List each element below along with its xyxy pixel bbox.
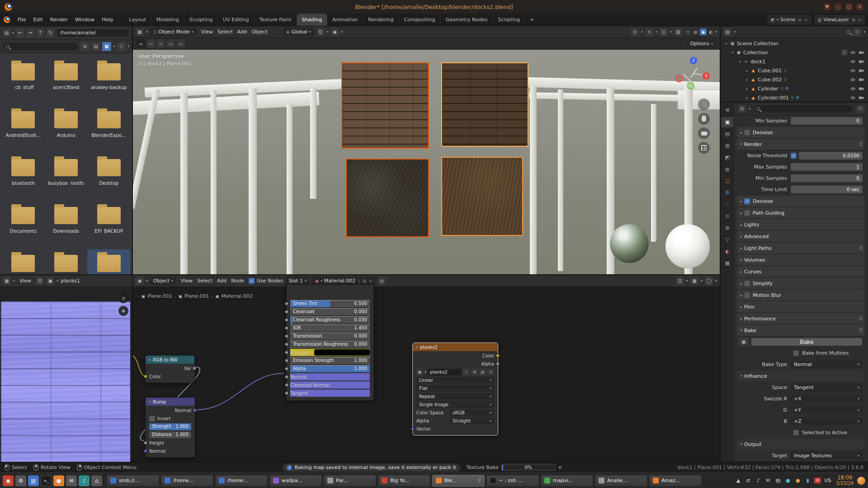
- scroll-region-button[interactable]: ✥: [118, 306, 128, 316]
- select-mode-set-icon[interactable]: ▭: [137, 39, 145, 48]
- properties-row[interactable]: ▸ Output ▾ ▣ Output ☰: [737, 439, 864, 450]
- properties-row[interactable]: ▸ Space Tangent Tangent▾ ▣ Space ☰: [737, 382, 864, 393]
- taskbar-window-button[interactable]: wallpa...: [269, 475, 322, 487]
- menu-item[interactable]: View: [179, 278, 195, 284]
- outliner-row[interactable]: ▸ ▲ Cube.001 ▽ ⚙ ✓: [721, 66, 868, 75]
- file-browser-folder[interactable]: Documents: [2, 202, 45, 249]
- editor-type-icon[interactable]: ▤: [3, 29, 10, 37]
- volume-tray-icon[interactable]: ♪: [755, 478, 761, 483]
- hide-eye-icon[interactable]: [850, 96, 856, 100]
- dropdown[interactable]: +Y▾: [791, 406, 863, 414]
- disable-render-camera-icon[interactable]: [859, 86, 864, 91]
- bsdf-input-row[interactable]: Sheen Tint0.500 Sheen Tint: [290, 300, 370, 307]
- minimize-button[interactable]: –: [834, 3, 842, 11]
- checkbox[interactable]: [744, 281, 750, 286]
- refresh-button[interactable]: ↻: [46, 28, 55, 38]
- exclude-checkbox[interactable]: ✓: [842, 50, 847, 55]
- properties-row[interactable]: ▸ Performance ▾ ▣ Performance ☰: [737, 313, 864, 324]
- taskbar-window-button[interactable]: mapvi...: [541, 475, 593, 487]
- filter-icon[interactable]: ▽: [856, 105, 864, 113]
- object-data-tab-icon[interactable]: ▽: [722, 235, 733, 245]
- texture-option-dropdown[interactable]: Flat▾: [416, 385, 494, 392]
- panel-arrow-icon[interactable]: ▸: [740, 373, 744, 379]
- copy-icon[interactable]: ⊞: [363, 279, 367, 283]
- properties-row[interactable]: ▸ Min Samples 0 0▾ ▣ Min Samples ☰: [737, 116, 864, 126]
- menu-item[interactable]: Window: [71, 15, 98, 24]
- user-avatar[interactable]: [857, 477, 865, 485]
- panel-arrow-icon[interactable]: ▸: [739, 258, 744, 262]
- object-name[interactable]: Scene Collection: [737, 41, 778, 47]
- properties-row[interactable]: ▸ B +Z +Z▾ ▣ B ☰: [737, 416, 864, 427]
- view-menu[interactable]: View: [17, 278, 33, 284]
- object-name[interactable]: Collection: [743, 50, 768, 56]
- update-tray-icon[interactable]: ●: [794, 478, 801, 483]
- axis-x-negative-icon[interactable]: [675, 75, 683, 82]
- region-expand-icon[interactable]: ▸: [1, 310, 3, 315]
- properties-row[interactable]: ▸ Curves ▾ ▣ Curves ☰: [737, 266, 864, 277]
- editor-type-icon[interactable]: ▦: [136, 28, 144, 36]
- node-canvas[interactable]: › ▣ Plane.001 › ▣ Plane.001: [133, 287, 720, 462]
- value-slider[interactable]: 0: [791, 174, 863, 182]
- checkbox[interactable]: [793, 430, 799, 436]
- open-image-folder-icon[interactable]: ▤: [479, 369, 486, 375]
- bsdf-input-row[interactable]: Transmission0.000 Transmission: [290, 333, 370, 340]
- properties-row[interactable]: ▸ Film ▾ ▣ Film ☰: [737, 301, 864, 312]
- outliner-row[interactable]: ▸ ▲ Cylinder ▽ ⚙ ✓: [721, 84, 868, 93]
- copy-icon[interactable]: ⊞: [852, 18, 855, 22]
- bsdf-input-row[interactable]: Tangent Tangent: [290, 389, 370, 397]
- workspace-tab[interactable]: UV Editing: [218, 14, 254, 26]
- properties-row[interactable]: ▸ Influence ▾ ▣ Influence ☰: [737, 371, 864, 381]
- hide-eye-icon[interactable]: [850, 87, 856, 91]
- dropdown[interactable]: Normal▾: [791, 361, 863, 368]
- workspace-tab[interactable]: Compositing: [399, 14, 441, 26]
- input-socket[interactable]: [285, 375, 288, 379]
- panel-menu-icon[interactable]: ☰: [859, 246, 863, 250]
- fake-user-shield-icon[interactable]: ◊: [463, 369, 470, 375]
- bsdf-input-row[interactable]: Clearcoat Normal Clearcoat Normal: [290, 381, 370, 389]
- image-name-field[interactable]: planks2: [428, 369, 462, 375]
- properties-row[interactable]: ▸ Lights ▾ ▣ Lights ☰: [737, 219, 864, 230]
- rendered-shading-icon[interactable]: ◐: [708, 28, 714, 35]
- output-socket[interactable]: [193, 366, 196, 370]
- menu-item[interactable]: Add: [235, 29, 249, 35]
- file-browser-folder[interactable]: bluetooth: [2, 154, 45, 202]
- file-manager-icon[interactable]: ▤: [28, 475, 39, 486]
- color-swatch[interactable]: [314, 349, 370, 356]
- maximize-button[interactable]: ▢: [845, 3, 853, 11]
- properties-row[interactable]: ▸ Bake ▾ ▣ Bake ☰: [737, 337, 864, 347]
- disable-render-camera-icon[interactable]: [859, 95, 864, 100]
- input-socket[interactable]: [285, 383, 288, 387]
- network-tray-icon[interactable]: ⇄: [745, 478, 751, 483]
- physics-tab-icon[interactable]: ⊙: [722, 211, 733, 221]
- file-browser-folder[interactable]: busybox_rootfs: [45, 154, 88, 202]
- collapse-icon[interactable]: ▾: [149, 400, 151, 404]
- expand-arrow-icon[interactable]: ▾: [737, 60, 743, 64]
- taskbar-window-button[interactable]: Ble... ♪: [432, 475, 485, 487]
- snapping-magnet-icon[interactable]: Ω: [316, 28, 325, 36]
- workspace-tab[interactable]: Layout: [124, 14, 151, 26]
- editor-type-icon[interactable]: ▤: [723, 28, 731, 36]
- panel-arrow-icon[interactable]: ▸: [739, 223, 744, 227]
- hide-eye-icon[interactable]: [850, 51, 856, 55]
- menu-item[interactable]: Add: [215, 278, 229, 284]
- panel-arrow-icon[interactable]: ▸: [739, 317, 744, 321]
- texture-option-dropdown[interactable]: Repeat▾: [416, 393, 494, 400]
- editor-type-icon[interactable]: ▦: [3, 277, 11, 285]
- forward-button[interactable]: →: [26, 28, 34, 38]
- orthographic-toggle-button[interactable]: [698, 142, 710, 154]
- constraints-tab-icon[interactable]: ⊞: [722, 223, 733, 233]
- app-menu-icon[interactable]: ◉: [3, 475, 14, 486]
- panel-arrow-icon[interactable]: ▸: [739, 131, 744, 135]
- disable-render-camera-icon[interactable]: [859, 59, 864, 64]
- editor-type-icon[interactable]: ◉: [136, 277, 144, 285]
- add-workspace-button[interactable]: +: [526, 16, 538, 23]
- output-tab-icon[interactable]: ▤: [722, 129, 733, 139]
- plank-object-bottom-left[interactable]: [346, 159, 429, 237]
- bsdf-input-row[interactable]: Emission Emission: [290, 349, 370, 356]
- properties-row[interactable]: ▸ Denoise ▾ ▣ Denoise ☰: [737, 196, 864, 206]
- image-texture-node[interactable]: ▾planks2 Color Alpha ▣▾ planks2 ◊ ⊞ ▤ ×: [412, 343, 498, 436]
- panel-arrow-icon[interactable]: ▸: [739, 305, 744, 309]
- axis-x-icon[interactable]: X: [703, 72, 710, 80]
- input-method-tray-icon[interactable]: A: [814, 478, 821, 483]
- panel-arrow-icon[interactable]: ▸: [739, 199, 744, 203]
